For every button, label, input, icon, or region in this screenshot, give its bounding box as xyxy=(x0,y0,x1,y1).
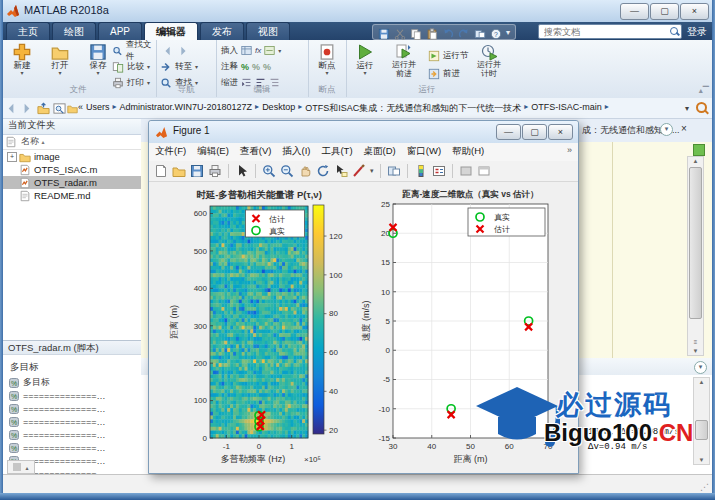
goto-button[interactable]: 转至▾ xyxy=(160,59,198,74)
qat-redo-button[interactable] xyxy=(458,26,470,38)
figure-menu-W[interactable]: 窗口(W) xyxy=(407,145,441,158)
ribbon-tab-2[interactable]: 绘图 xyxy=(52,22,96,41)
pan-button[interactable] xyxy=(298,164,312,178)
qat-cut-button[interactable] xyxy=(394,26,406,38)
run-time-button[interactable]: 运行并 计时 xyxy=(470,42,508,84)
qat-undo-button[interactable] xyxy=(442,26,454,38)
figure-menu-T[interactable]: 工具(T) xyxy=(321,145,352,158)
undock-figure-button[interactable] xyxy=(477,164,491,178)
breadcrumb-arrow-icon[interactable]: ▸ xyxy=(605,102,609,115)
breadcrumb-arrow-icon[interactable]: ▸ xyxy=(524,102,528,115)
qat-dropdown-icon[interactable]: ▾ xyxy=(506,28,510,37)
brush-dropdown-icon[interactable]: ▾ xyxy=(370,167,374,175)
advance-button[interactable]: 前进 xyxy=(428,66,460,81)
breadcrumb-segment-2[interactable]: Administrator.WIN7U-20180127Z xyxy=(120,102,253,115)
rotate-3d-button[interactable] xyxy=(316,164,330,178)
run-section-button[interactable]: 运行节 xyxy=(428,48,469,63)
qat-paste-button[interactable] xyxy=(426,26,438,38)
ribbon-tab-1[interactable]: 主页 xyxy=(6,22,50,41)
comment-button[interactable]: 注释 % % % xyxy=(221,59,271,74)
data-cursor-button[interactable] xyxy=(334,164,348,178)
address-search-icon[interactable] xyxy=(696,102,707,113)
edit-plot-button[interactable] xyxy=(235,164,249,178)
command-window-menu-icon[interactable]: ▾ xyxy=(694,361,707,374)
breakpoints-button[interactable]: 断点▾ xyxy=(309,42,345,84)
close-button[interactable]: × xyxy=(680,3,709,20)
print-figure-button[interactable] xyxy=(208,164,222,178)
name-column-header[interactable]: 名称 ▴ xyxy=(3,135,141,150)
insert-colorbar-button[interactable] xyxy=(414,164,428,178)
figure-menu-I[interactable]: 插入(I) xyxy=(282,145,310,158)
run-advance-button[interactable]: 运行并 前进 xyxy=(384,42,424,84)
login-button[interactable]: 登录 xyxy=(687,25,707,39)
detail-sort-widget[interactable]: ▴ xyxy=(7,460,35,474)
figure-window[interactable]: Figure 1 — ▢ × 文件(F)编辑(E)查看(V)插入(I)工具(T)… xyxy=(148,120,579,474)
detail-item-4[interactable]: %==============… xyxy=(3,415,141,428)
detail-item-3[interactable]: %==============… xyxy=(3,402,141,415)
file-item-README.md[interactable]: README.md xyxy=(3,189,141,202)
ribbon-collapse-button[interactable]: ▴▔ xyxy=(699,86,709,95)
brush-button[interactable] xyxy=(352,164,366,178)
figure-titlebar[interactable]: Figure 1 — ▢ × xyxy=(149,121,578,144)
breadcrumb-segment-1[interactable]: Users xyxy=(86,102,110,115)
link-plot-button[interactable] xyxy=(387,164,401,178)
breadcrumb-dropdown-icon[interactable]: ▾ xyxy=(685,104,689,113)
ribbon-tab-5[interactable]: 发布 xyxy=(200,22,244,41)
figure-menu-E[interactable]: 编辑(E) xyxy=(197,145,229,158)
doc-search-box[interactable] xyxy=(538,24,682,39)
figure-maximize-button[interactable]: ▢ xyxy=(522,124,547,140)
command-scrollbar[interactable]: ▲ ▼ xyxy=(693,377,710,465)
menu-overflow-icon[interactable]: » xyxy=(567,145,572,155)
breadcrumb-arrow-icon[interactable]: ▸ xyxy=(113,102,117,115)
zoom-in-button[interactable] xyxy=(262,164,276,178)
breadcrumb-arrow-icon[interactable]: ▸ xyxy=(298,102,302,115)
expand-icon[interactable]: + xyxy=(7,152,17,162)
breadcrumb[interactable]: «Users▸Administrator.WIN7U-20180127Z▸Des… xyxy=(78,102,609,115)
nav-forward-icon[interactable] xyxy=(20,101,33,114)
search-input[interactable] xyxy=(542,25,664,39)
find-files-button[interactable]: 查找文件 xyxy=(112,43,156,58)
qat-layout-button[interactable] xyxy=(474,26,486,38)
insert-legend-button[interactable] xyxy=(432,164,446,178)
breadcrumb-segment-5[interactable]: OTFS-ISAC-main xyxy=(531,102,602,115)
file-item-image[interactable]: +image xyxy=(3,150,141,163)
resize-grip[interactable]: ⋰ xyxy=(700,482,709,492)
breadcrumb-segment-4[interactable]: OTFS和ISAC集成：无线通信和感知的下一代统一技术 xyxy=(305,102,521,115)
zoom-out-button[interactable] xyxy=(280,164,294,178)
editor-close-icon[interactable]: × xyxy=(681,123,687,134)
figure-menu-D[interactable]: 桌面(D) xyxy=(364,145,396,158)
detail-item-6[interactable]: %==============… xyxy=(3,441,141,454)
qat-copy-button[interactable] xyxy=(410,26,422,38)
new-figure-button[interactable] xyxy=(154,164,168,178)
figure-menu-F[interactable]: 文件(F) xyxy=(155,145,186,158)
breadcrumb-segment-3[interactable]: Desktop xyxy=(262,102,295,115)
folder-up-icon[interactable] xyxy=(37,101,50,114)
ribbon-tab-6[interactable]: 视图 xyxy=(246,22,290,41)
figure-menu-V[interactable]: 查看(V) xyxy=(240,145,272,158)
breadcrumb-arrow-icon[interactable]: ▸ xyxy=(255,102,259,115)
nav-back-icon[interactable] xyxy=(5,101,18,114)
insert-button[interactable]: 插入 fx ▾ xyxy=(221,43,281,58)
dock-figure-button[interactable] xyxy=(459,164,473,178)
detail-item-5[interactable]: %==============… xyxy=(3,428,141,441)
maximize-button[interactable]: ▢ xyxy=(650,3,679,20)
editor-menu-icon[interactable]: ▾ xyxy=(660,123,673,136)
new-button[interactable]: 新建▾ xyxy=(4,42,40,84)
file-item-OTFS_ISAC.m[interactable]: OTFS_ISAC.m xyxy=(3,163,141,176)
open-figure-button[interactable] xyxy=(172,164,186,178)
titlebar[interactable]: MATLAB R2018a — ▢ × xyxy=(0,0,715,23)
compare-button[interactable]: 比较▾ xyxy=(112,59,150,74)
open-button[interactable]: 打开▾ xyxy=(42,42,78,84)
back-icon[interactable] xyxy=(162,45,174,57)
run-button[interactable]: 运行▾ xyxy=(348,42,382,84)
save-figure-button[interactable] xyxy=(190,164,204,178)
detail-item-1[interactable]: %多目标 xyxy=(3,376,141,389)
forward-icon[interactable] xyxy=(177,45,189,57)
figure-minimize-button[interactable]: — xyxy=(496,124,521,140)
search-icon[interactable] xyxy=(670,27,678,35)
folder-browse-icon[interactable] xyxy=(53,101,66,114)
file-item-OTFS_radar.m[interactable]: OTFS_radar.m xyxy=(3,176,141,189)
save-button[interactable]: 保存▾ xyxy=(80,42,116,84)
qat-save-button[interactable] xyxy=(378,26,390,38)
figure-close-button[interactable]: × xyxy=(548,124,573,140)
